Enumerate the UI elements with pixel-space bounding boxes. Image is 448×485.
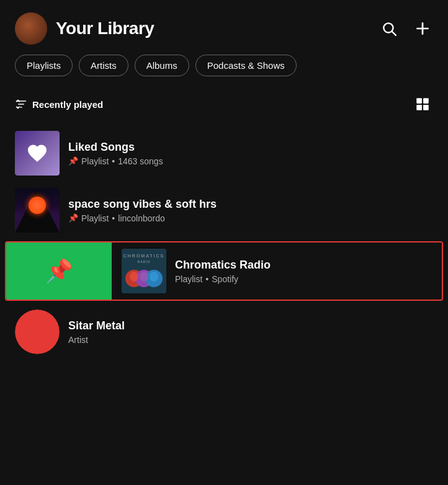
header: Your Library (0, 0, 448, 55)
space-song-info: space song vibes & soft hrs 📌 Playlist •… (68, 198, 433, 223)
chromatics-type: Playlist (175, 274, 202, 284)
chromatics-info: Chromatics Radio Playlist • Spotify (175, 259, 432, 284)
space-song-type: Playlist (81, 213, 109, 223)
library-list: Liked Songs 📌 Playlist • 1463 songs spac… (0, 125, 448, 239)
liked-songs-title: Liked Songs (68, 141, 433, 154)
sitar-metal-info: Sitar Metal Artist (68, 319, 433, 345)
liked-songs-subtitle: 📌 Playlist • 1463 songs (68, 156, 433, 166)
library-list-bottom: Sitar Metal Artist (0, 303, 448, 360)
svg-rect-6 (416, 105, 422, 110)
grid-view-button[interactable] (412, 94, 433, 115)
sort-button[interactable]: Recently played (15, 98, 103, 110)
sitar-metal-thumbnail (15, 309, 60, 354)
chromatics-subtitle: Playlist • Spotify (175, 274, 432, 284)
page-title: Your Library (56, 19, 154, 38)
chromatics-title: Chromatics Radio (175, 259, 432, 272)
chromatics-album-art: CHROMATICS RADIO (122, 249, 166, 293)
sitar-metal-title: Sitar Metal (68, 319, 433, 332)
sort-icon (15, 98, 27, 110)
filter-artists[interactable]: Artists (79, 55, 128, 76)
header-left: Your Library (15, 12, 154, 45)
svg-point-16 (150, 272, 158, 282)
svg-rect-4 (416, 98, 422, 104)
sitar-metal-type: Artist (68, 335, 88, 345)
svg-text:CHROMATICS: CHROMATICS (123, 254, 165, 258)
header-icons (379, 18, 433, 39)
svg-text:RADIO: RADIO (138, 260, 151, 264)
space-song-owner: lincolnbordo (118, 213, 165, 223)
grid-icon (414, 96, 431, 112)
filter-row: Playlists Artists Albums Podcasts & Show… (0, 55, 448, 89)
chromatics-row[interactable]: 📌 CHROMATICS RADIO Chromatics Radio Play… (5, 241, 443, 301)
pin-symbol: 📌 (45, 258, 73, 284)
liked-songs-info: Liked Songs 📌 Playlist • 1463 songs (68, 141, 433, 166)
chromatics-pin-side: 📌 (6, 242, 112, 300)
svg-line-1 (392, 32, 396, 35)
chromatics-owner: Spotify (212, 274, 238, 284)
space-song-thumbnail (15, 188, 60, 233)
add-icon (414, 20, 431, 37)
svg-point-15 (140, 272, 148, 282)
heart-icon (26, 142, 48, 164)
filter-albums[interactable]: Albums (135, 55, 189, 76)
avatar[interactable] (15, 12, 47, 45)
list-item[interactable]: space song vibes & soft hrs 📌 Playlist •… (5, 182, 443, 239)
search-icon (381, 20, 397, 37)
svg-point-14 (130, 272, 138, 282)
sort-label: Recently played (32, 99, 103, 110)
sitar-metal-subtitle: Artist (68, 335, 433, 345)
chromatics-right: CHROMATICS RADIO Chromatics Radio Playli… (112, 242, 442, 300)
list-item[interactable]: Liked Songs 📌 Playlist • 1463 songs (5, 125, 443, 182)
liked-songs-type: Playlist (81, 156, 109, 166)
chromatics-art-svg: CHROMATICS RADIO (122, 249, 166, 293)
list-item[interactable]: Sitar Metal Artist (5, 303, 443, 360)
filter-playlists[interactable]: Playlists (15, 55, 73, 76)
svg-rect-5 (423, 98, 429, 104)
add-button[interactable] (412, 18, 433, 39)
svg-rect-7 (423, 105, 429, 110)
sort-row: Recently played (0, 89, 448, 125)
liked-songs-count: 1463 songs (118, 156, 163, 166)
space-song-title: space song vibes & soft hrs (68, 198, 433, 211)
pin-icon: 📌 (68, 156, 78, 166)
pin-icon: 📌 (68, 213, 78, 223)
search-button[interactable] (379, 18, 400, 39)
filter-podcasts[interactable]: Podcasts & Shows (195, 55, 297, 76)
liked-songs-thumbnail (15, 131, 60, 176)
space-song-subtitle: 📌 Playlist • lincolnbordo (68, 213, 433, 223)
